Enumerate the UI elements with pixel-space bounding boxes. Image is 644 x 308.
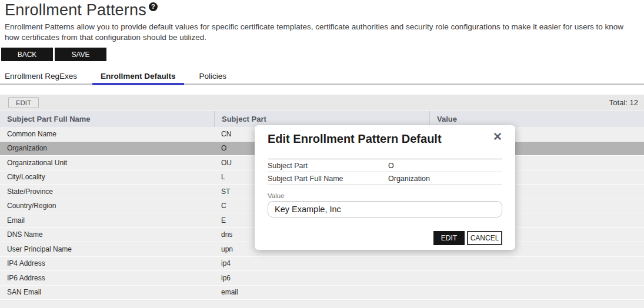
close-icon[interactable]: ✕ (493, 131, 502, 143)
table-footer (0, 300, 644, 308)
page-description: Enrollment Patterns allow you to provide… (5, 22, 639, 42)
cell-subject-part-full-name: State/Province (0, 188, 214, 196)
modal-cancel-button[interactable]: CANCEL (467, 231, 502, 245)
tab-enrollment-defaults[interactable]: Enrollment Defaults (101, 68, 188, 83)
edit-enrollment-pattern-default-dialog: Edit Enrollment Pattern Default ✕ Subjec… (255, 125, 515, 250)
page-header: Enrollment Patterns ? Enrollment Pattern… (0, 0, 644, 42)
cell-subject-part-full-name: IP4 Address (0, 259, 214, 267)
modal-edit-button[interactable]: EDIT (433, 231, 465, 245)
table-row[interactable]: IP6 Addressip6 (0, 271, 644, 286)
help-icon[interactable]: ? (149, 2, 158, 11)
cell-subject-part-full-name: User Principal Name (0, 245, 214, 253)
cell-subject-part: email (214, 288, 429, 296)
cell-subject-part-full-name: Organizational Unit (0, 159, 214, 167)
back-button[interactable]: BACK (1, 48, 53, 61)
table-row[interactable]: IP4 Addressip4 (0, 257, 644, 272)
column-header-subject-part-full-name[interactable]: Subject Part Full Name (0, 111, 214, 127)
modal-detail-list: Subject Part O Subject Part Full Name Or… (268, 159, 502, 185)
tab-bar: Enrollment RegExes Enrollment Defaults P… (0, 68, 644, 85)
subject-part-full-name-label: Subject Part Full Name (268, 175, 388, 183)
subject-part-full-name-value: Organization (388, 175, 430, 183)
action-button-row: BACK SAVE (0, 48, 644, 61)
spacer (0, 85, 644, 95)
page-title: Enrollment Patterns (5, 1, 146, 19)
cell-subject-part-full-name: SAN Email (0, 288, 214, 296)
subject-part-value: O (388, 162, 394, 170)
tab-policies[interactable]: Policies (199, 68, 239, 83)
cell-subject-part-full-name: IP6 Address (0, 274, 214, 282)
total-count: Total: 12 (609, 98, 638, 107)
cell-subject-part-full-name: City/Locality (0, 173, 214, 181)
subject-part-label: Subject Part (268, 162, 388, 170)
cell-subject-part: ip4 (214, 259, 429, 267)
save-button[interactable]: SAVE (55, 48, 106, 61)
cell-subject-part-full-name: Common Name (0, 130, 214, 138)
cell-subject-part-full-name: Country/Region (0, 202, 214, 210)
value-input[interactable] (268, 201, 502, 217)
tab-enrollment-regexes[interactable]: Enrollment RegExes (5, 68, 89, 83)
value-field-label: Value (268, 192, 502, 199)
table-toolbar: EDIT Total: 12 (0, 95, 644, 111)
edit-button[interactable]: EDIT (8, 97, 39, 108)
modal-title: Edit Enrollment Pattern Default (268, 131, 442, 146)
cell-subject-part-full-name: Email (0, 216, 214, 225)
cell-subject-part-full-name: Organization (0, 144, 214, 152)
cell-subject-part: ip6 (214, 274, 429, 282)
cell-subject-part-full-name: DNS Name (0, 230, 214, 239)
table-row[interactable]: SAN Emailemail (0, 286, 644, 300)
